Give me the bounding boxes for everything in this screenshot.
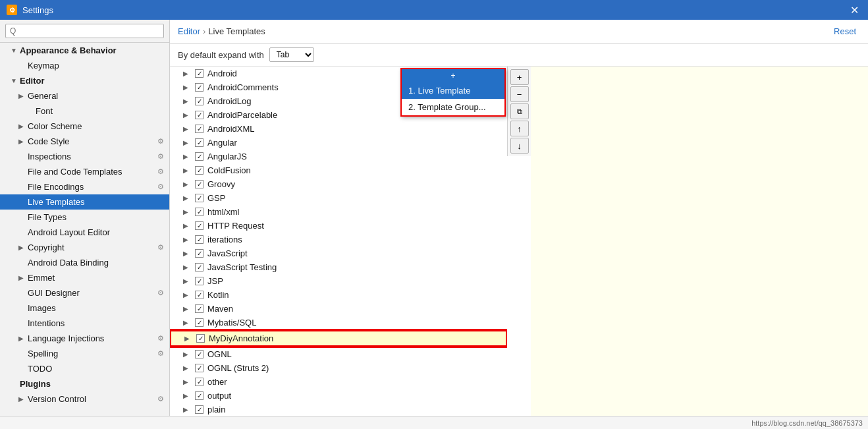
template-checkbox[interactable] bbox=[195, 277, 203, 285]
remove-button[interactable]: − bbox=[510, 86, 529, 102]
template-checkbox[interactable] bbox=[195, 405, 203, 414]
template-item-angular[interactable]: ▶ Angular bbox=[170, 136, 507, 150]
arrow-icon: ▶ bbox=[183, 250, 191, 257]
sidebar-item-plugins[interactable]: Plugins bbox=[0, 376, 169, 391]
dropdown-item-live-template[interactable]: 1. Live Template bbox=[402, 82, 504, 99]
template-item-http-request[interactable]: ▶ HTTP Request bbox=[170, 219, 507, 233]
arrow-icon: ▶ bbox=[183, 70, 191, 77]
template-checkbox[interactable] bbox=[195, 180, 203, 188]
template-item-label: Kotlin bbox=[207, 290, 229, 300]
template-checkbox[interactable] bbox=[195, 304, 203, 313]
template-item-mybatis-sql[interactable]: ▶ Mybatis/SQL bbox=[170, 316, 507, 329]
template-checkbox[interactable] bbox=[195, 291, 203, 299]
move-up-button[interactable]: ↑ bbox=[510, 121, 529, 136]
template-item-other[interactable]: ▶ other bbox=[170, 375, 507, 389]
gear-icon: ⚙ bbox=[157, 152, 164, 161]
sidebar-item-keymap[interactable]: Keymap bbox=[0, 58, 169, 73]
template-item-ognl[interactable]: ▶ OGNL bbox=[170, 347, 507, 361]
sidebar-item-intentions[interactable]: Intentions bbox=[0, 316, 169, 331]
sidebar-item-spelling[interactable]: Spelling ⚙ bbox=[0, 346, 169, 361]
template-checkbox[interactable] bbox=[195, 83, 203, 92]
template-item-javascript[interactable]: ▶ JavaScript bbox=[170, 246, 507, 260]
sidebar-item-color-scheme[interactable]: ▶ Color Scheme bbox=[0, 119, 169, 134]
template-checkbox[interactable] bbox=[195, 152, 203, 161]
template-item-mydiy-annotation[interactable]: ▶ MyDiyAnnotation bbox=[170, 330, 507, 347]
template-checkbox[interactable] bbox=[195, 263, 203, 272]
close-button[interactable]: ✕ bbox=[848, 4, 861, 16]
template-checkbox[interactable] bbox=[195, 350, 203, 358]
template-checkbox[interactable] bbox=[195, 208, 203, 216]
template-checkbox[interactable] bbox=[195, 318, 203, 327]
search-input[interactable] bbox=[5, 24, 164, 38]
sidebar-item-live-templates[interactable]: Live Templates bbox=[0, 194, 169, 210]
template-item-label: AndroidXML bbox=[207, 124, 255, 134]
template-checkbox[interactable] bbox=[195, 125, 203, 133]
template-item-groovy[interactable]: ▶ Groovy bbox=[170, 177, 507, 191]
sidebar-item-file-encodings[interactable]: File Encodings ⚙ bbox=[0, 179, 169, 194]
template-checkbox[interactable] bbox=[195, 364, 203, 372]
template-checkbox[interactable] bbox=[195, 166, 203, 175]
template-item-androidxml[interactable]: ▶ AndroidXML bbox=[170, 122, 507, 136]
template-item-html-xml[interactable]: ▶ html/xml bbox=[170, 205, 507, 219]
template-item-label: GSP bbox=[207, 193, 225, 203]
breadcrumb: Editor › Live Templates bbox=[178, 26, 265, 36]
arrow-icon: ▶ bbox=[183, 277, 191, 285]
sidebar-item-todo[interactable]: TODO bbox=[0, 361, 169, 376]
sidebar-item-android-data-binding[interactable]: Android Data Binding bbox=[0, 255, 169, 270]
template-item-coldfusion[interactable]: ▶ ColdFusion bbox=[170, 163, 507, 177]
sidebar-item-android-layout-editor[interactable]: Android Layout Editor bbox=[0, 225, 169, 240]
template-item-label: AndroidParcelable bbox=[207, 110, 277, 120]
sidebar-item-code-style[interactable]: ▶ Code Style ⚙ bbox=[0, 134, 169, 149]
sidebar-item-general[interactable]: ▶ General bbox=[0, 88, 169, 103]
sidebar-item-label: Live Templates bbox=[28, 197, 84, 207]
add-button[interactable]: + bbox=[510, 69, 529, 85]
sidebar-item-language-injections[interactable]: ▶ Language Injections ⚙ bbox=[0, 331, 169, 346]
template-checkbox[interactable] bbox=[195, 378, 203, 386]
template-checkbox[interactable] bbox=[195, 138, 203, 147]
sidebar-item-version-control[interactable]: ▶ Version Control ⚙ bbox=[0, 391, 169, 407]
arrow-icon: ▶ bbox=[183, 139, 191, 146]
sidebar-item-appearance[interactable]: ▼ Appearance & Behavior bbox=[0, 43, 169, 58]
template-item-kotlin[interactable]: ▶ Kotlin bbox=[170, 288, 507, 302]
expand-select[interactable]: Tab bbox=[269, 47, 314, 62]
template-checkbox[interactable] bbox=[195, 69, 203, 78]
copy-button[interactable]: ⧉ bbox=[510, 103, 529, 119]
template-checkbox[interactable] bbox=[195, 249, 203, 258]
sidebar-item-copyright[interactable]: ▶ Copyright ⚙ bbox=[0, 240, 169, 255]
template-checkbox[interactable] bbox=[195, 97, 203, 105]
template-item-angularjs[interactable]: ▶ AngularJS bbox=[170, 150, 507, 163]
template-checkbox[interactable] bbox=[195, 111, 203, 119]
sidebar-item-editor[interactable]: ▼ Editor bbox=[0, 73, 169, 88]
arrow-icon: ▼ bbox=[11, 77, 17, 84]
template-checkbox[interactable] bbox=[195, 391, 203, 400]
editor-area bbox=[531, 67, 868, 416]
panel-body: ▶ Android ▶ AndroidComments ▶ AndroidLog bbox=[170, 67, 868, 416]
template-item-output[interactable]: ▶ output bbox=[170, 389, 507, 403]
template-checkbox[interactable] bbox=[195, 235, 203, 244]
reset-button[interactable]: Reset bbox=[830, 25, 860, 38]
template-item-plain[interactable]: ▶ plain bbox=[170, 403, 507, 416]
dropdown-item-template-group[interactable]: 2. Template Group... bbox=[402, 99, 504, 115]
template-checkbox[interactable] bbox=[196, 334, 205, 343]
template-item-javascript-testing[interactable]: ▶ JavaScript Testing bbox=[170, 260, 507, 274]
sidebar-item-emmet[interactable]: ▶ Emmet bbox=[0, 270, 169, 285]
sidebar-item-file-code-templates[interactable]: File and Code Templates ⚙ bbox=[0, 164, 169, 179]
template-item-jsp[interactable]: ▶ JSP bbox=[170, 274, 507, 288]
template-list: ▶ Android ▶ AndroidComments ▶ AndroidLog bbox=[170, 67, 507, 416]
template-item-gsp[interactable]: ▶ GSP bbox=[170, 191, 507, 205]
arrow-icon: ▶ bbox=[183, 264, 191, 271]
template-checkbox[interactable] bbox=[195, 221, 203, 230]
template-item-ognl-struts2[interactable]: ▶ OGNL (Struts 2) bbox=[170, 361, 507, 375]
sidebar-item-file-types[interactable]: File Types bbox=[0, 210, 169, 225]
move-down-button[interactable]: ↓ bbox=[510, 138, 529, 154]
sidebar-item-inspections[interactable]: Inspections ⚙ bbox=[0, 149, 169, 164]
sidebar-item-label: Version Control bbox=[28, 394, 86, 404]
template-item-iterations[interactable]: ▶ iterations bbox=[170, 233, 507, 246]
sidebar-item-images[interactable]: Images bbox=[0, 300, 169, 316]
sidebar-item-gui-designer[interactable]: GUI Designer ⚙ bbox=[0, 285, 169, 300]
template-item-maven[interactable]: ▶ Maven bbox=[170, 302, 507, 316]
sidebar-item-font[interactable]: Font bbox=[0, 103, 169, 119]
template-checkbox[interactable] bbox=[195, 194, 203, 202]
breadcrumb-parent[interactable]: Editor bbox=[178, 26, 200, 36]
template-item-label: JavaScript Testing bbox=[207, 262, 277, 272]
